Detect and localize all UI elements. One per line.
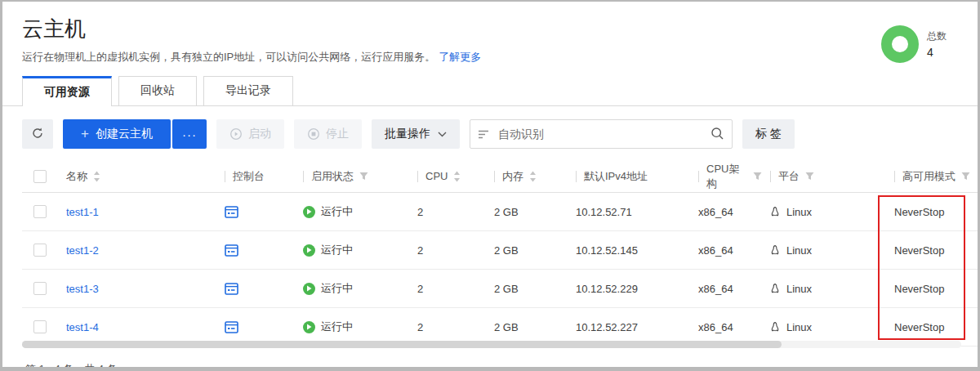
ipv4-cell: 10.12.52.229 — [568, 283, 690, 295]
status-text: 运行中 — [321, 243, 353, 257]
page-subtitle-text: 运行在物理机上的虚拟机实例，具有独立的IP地址，可以访问公共网络，运行应用服务。 — [22, 51, 435, 63]
memory-cell: 2 GB — [486, 206, 568, 218]
row-checkbox[interactable] — [33, 205, 47, 218]
sort-icon[interactable] — [529, 171, 537, 182]
cpu-cell: 2 — [409, 244, 486, 257]
page-title: 云主机 — [22, 16, 481, 42]
column-separator — [225, 171, 225, 182]
filter-icon[interactable] — [359, 172, 368, 181]
linux-penguin-icon — [770, 321, 781, 333]
ipv4-cell: 10.12.52.227 — [568, 321, 690, 333]
host-name-link[interactable]: test1-3 — [66, 283, 99, 295]
linux-penguin-icon — [770, 283, 781, 295]
stop-button[interactable]: 停止 — [294, 119, 362, 149]
host-name-link[interactable]: test1-4 — [66, 321, 99, 333]
horizontal-scrollbar-thumb[interactable] — [22, 341, 782, 348]
pagination-text: 第 1 - 4 条，共 4 条 — [25, 362, 118, 371]
stop-circle-icon — [307, 127, 320, 141]
platform-text: Linux — [786, 244, 812, 257]
table-row: test1-2 运行中 2 2 GB 10.12.52.145 x86_64 L… — [22, 231, 978, 270]
status-text: 运行中 — [321, 320, 353, 334]
console-icon[interactable] — [225, 244, 238, 257]
host-name-link[interactable]: test1-1 — [66, 206, 99, 218]
sort-icon[interactable] — [93, 171, 100, 182]
column-label: CPU架构 — [706, 162, 747, 191]
column-header-arch[interactable]: CPU架构 — [690, 160, 762, 192]
batch-actions-label: 批量操作 — [385, 127, 430, 141]
status-text: 运行中 — [321, 281, 353, 296]
running-status-icon — [303, 244, 315, 257]
column-separator — [576, 171, 577, 182]
stop-label: 停止 — [326, 127, 349, 141]
total-summary: 总数 4 — [881, 23, 947, 65]
column-separator — [770, 171, 771, 182]
platform-text: Linux — [786, 283, 812, 295]
column-label: 名称 — [66, 169, 87, 184]
create-host-button[interactable]: + 创建云主机 — [63, 119, 171, 149]
filter-lines-icon — [478, 128, 489, 143]
console-icon[interactable] — [225, 321, 238, 333]
tab-available-resources[interactable]: 可用资源 — [22, 76, 112, 106]
row-checkbox[interactable] — [33, 320, 47, 333]
column-label: CPU — [425, 170, 448, 182]
platform-text: Linux — [786, 206, 812, 218]
ipv4-cell: 10.12.52.145 — [568, 244, 690, 257]
filter-icon[interactable] — [961, 172, 970, 181]
memory-cell: 2 GB — [486, 321, 568, 333]
row-checkbox[interactable] — [33, 244, 47, 257]
learn-more-link[interactable]: 了解更多 — [439, 51, 481, 63]
start-button[interactable]: 启动 — [216, 119, 284, 149]
batch-actions-dropdown[interactable]: 批量操作 — [372, 119, 460, 149]
column-header-ha-mode[interactable]: 高可用模式 — [886, 160, 970, 192]
select-all-cell — [22, 160, 58, 192]
column-separator — [698, 171, 699, 182]
row-checkbox[interactable] — [33, 282, 47, 295]
column-header-name[interactable]: 名称 — [58, 160, 216, 192]
column-label: 高可用模式 — [902, 169, 956, 184]
horizontal-scrollbar-track[interactable] — [22, 341, 961, 348]
cpu-cell: 2 — [409, 321, 486, 333]
filter-icon[interactable] — [805, 172, 814, 181]
column-header-cpu[interactable]: CPU — [409, 160, 486, 192]
column-label: 控制台 — [233, 169, 265, 184]
search-icon[interactable] — [710, 127, 724, 144]
running-status-icon — [303, 206, 315, 218]
column-header-platform[interactable]: 平台 — [762, 160, 886, 192]
sort-icon[interactable] — [453, 171, 461, 182]
arch-cell: x86_64 — [690, 244, 762, 257]
cpu-cell: 2 — [409, 283, 486, 295]
filter-icon[interactable] — [753, 172, 762, 181]
total-summary-text: 总数 4 — [927, 29, 947, 59]
column-label: 默认IPv4地址 — [584, 169, 648, 184]
column-header-memory[interactable]: 内存 — [486, 160, 568, 192]
tab-export-records[interactable]: 导出记录 — [203, 76, 293, 105]
status-text: 运行中 — [321, 204, 353, 219]
running-status-icon — [303, 321, 315, 333]
ha-mode-cell: NeverStop — [886, 206, 970, 218]
console-icon[interactable] — [225, 283, 238, 295]
start-label: 启动 — [248, 127, 271, 141]
refresh-button[interactable] — [22, 119, 53, 149]
search-input[interactable] — [470, 119, 733, 149]
page-subtitle: 运行在物理机上的虚拟机实例，具有独立的IP地址，可以访问公共网络，运行应用服务。… — [22, 50, 481, 65]
more-actions-button[interactable]: ··· — [172, 119, 207, 149]
chevron-down-icon — [438, 132, 447, 137]
column-separator — [894, 171, 895, 182]
tab-bar: 可用资源 回收站 导出记录 — [2, 76, 978, 106]
memory-cell: 2 GB — [486, 244, 568, 257]
cloud-host-page: 云主机 运行在物理机上的虚拟机实例，具有独立的IP地址，可以访问公共网络，运行应… — [0, 0, 980, 371]
tag-button[interactable]: 标 签 — [742, 119, 795, 149]
host-name-link[interactable]: test1-2 — [66, 244, 99, 257]
column-header-status[interactable]: 启用状态 — [295, 160, 409, 192]
page-header-text: 云主机 运行在物理机上的虚拟机实例，具有独立的IP地址，可以访问公共网络，运行应… — [22, 16, 481, 65]
refresh-icon — [31, 127, 44, 142]
ellipsis-icon: ··· — [182, 127, 197, 141]
column-separator — [417, 171, 418, 182]
tab-recycle-bin[interactable]: 回收站 — [118, 76, 197, 105]
select-all-checkbox[interactable] — [33, 170, 47, 183]
console-icon[interactable] — [225, 206, 238, 218]
linux-penguin-icon — [770, 244, 781, 257]
toolbar: + 创建云主机 ··· 启动 停止 批量操作 — [2, 106, 978, 149]
search-box — [470, 119, 733, 149]
ha-mode-cell: NeverStop — [886, 321, 970, 333]
